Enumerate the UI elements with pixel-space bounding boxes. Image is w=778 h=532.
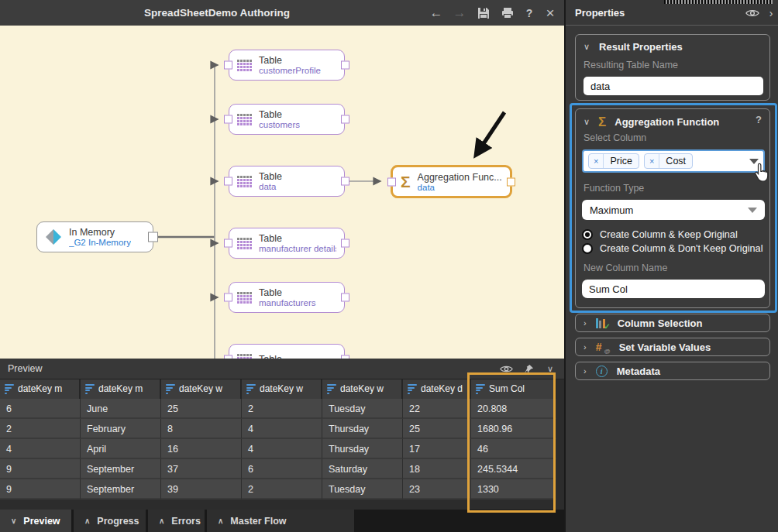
node-table-manufacturers[interactable]: Table manufacturers: [229, 282, 345, 313]
save-icon[interactable]: [473, 0, 494, 26]
section-aggregation-function: ∨ Σ Aggregation Function ? Select Column…: [575, 108, 770, 308]
table-cell: 16: [161, 439, 242, 459]
print-icon[interactable]: [497, 0, 518, 26]
help-icon[interactable]: ?: [519, 0, 539, 26]
table-cell: 245.5344: [471, 459, 556, 479]
filter-icon: [408, 384, 417, 394]
input-port[interactable]: [224, 239, 232, 248]
select-column-multiselect[interactable]: × Price × Cost: [582, 149, 765, 173]
filter-icon: [5, 384, 14, 394]
output-port[interactable]: [341, 115, 349, 124]
table-cell: 1330: [471, 479, 556, 499]
input-port[interactable]: [224, 177, 232, 186]
radio-keep-original[interactable]: Create Column & Keep Original: [582, 229, 738, 240]
flow-canvas[interactable]: In Memory _G2 In-Memory Table customerPr…: [0, 26, 564, 359]
close-icon[interactable]: ×: [540, 0, 560, 26]
remove-chip-icon[interactable]: ×: [589, 154, 604, 168]
output-port[interactable]: [341, 293, 349, 302]
function-type-select[interactable]: Maximum: [582, 200, 765, 220]
input-port[interactable]: [387, 177, 396, 186]
properties-panel: Properties › ∨ Result Properties Resulti…: [564, 0, 778, 532]
tab-progress[interactable]: ∧ Progress: [74, 510, 146, 532]
preview-table: dateKey m dateKey m dateKey w dateKey w …: [0, 379, 556, 499]
new-column-name-input[interactable]: [582, 280, 765, 298]
section-help-icon[interactable]: ?: [756, 114, 762, 125]
node-subtitle: manufacturer details...: [259, 244, 336, 253]
input-port[interactable]: [224, 355, 232, 359]
in-memory-icon: [45, 228, 62, 245]
section-set-variable-values[interactable]: › #@ Set Variable Values: [575, 338, 770, 356]
column-header[interactable]: Sum Col: [471, 379, 556, 399]
filter-icon: [476, 384, 485, 394]
radio-unselected-icon[interactable]: [582, 243, 593, 254]
chevron-down-icon: ∨: [584, 117, 590, 127]
section-header-result-properties[interactable]: ∨ Result Properties: [584, 41, 683, 53]
table-cell: 22: [403, 399, 471, 419]
selected-column-chip: × Cost: [644, 153, 693, 169]
chevron-down-icon: ∨: [584, 42, 590, 52]
node-aggregation-function[interactable]: Σ Aggregation Func... data: [391, 165, 512, 198]
column-header[interactable]: dateKey w: [161, 379, 242, 399]
filter-icon: [327, 384, 336, 394]
title-bar: SpreadSheetDemo Authoring ← → ? ×: [0, 0, 564, 26]
preview-table-header-row: dateKey m dateKey m dateKey w dateKey w …: [0, 379, 556, 399]
pin-icon[interactable]: [521, 362, 536, 376]
collapse-panel-icon[interactable]: ∨: [542, 362, 558, 376]
node-table-manufacturer-details[interactable]: Table manufacturer details...: [229, 228, 345, 259]
node-subtitle: _G2 In-Memory: [69, 238, 131, 247]
chevron-right-icon[interactable]: ›: [763, 5, 778, 20]
node-table-partial[interactable]: Table: [229, 344, 345, 359]
table-row: 9 September 37 6 Saturday 18 245.5344: [0, 459, 556, 479]
table-cell: Thursday: [322, 439, 403, 459]
column-header[interactable]: dateKey m: [0, 379, 81, 399]
tab-label: Errors: [171, 516, 201, 527]
table-icon: [237, 238, 252, 249]
chevron-right-icon: ›: [584, 342, 587, 352]
output-port[interactable]: [341, 239, 349, 248]
node-table-customers[interactable]: Table customers: [229, 104, 345, 135]
node-table-data[interactable]: Table data: [229, 166, 345, 197]
input-port[interactable]: [224, 115, 232, 124]
output-port[interactable]: [507, 177, 515, 186]
radio-dont-keep-original[interactable]: Create Column & Don't Keep Original: [582, 243, 763, 254]
table-cell: Thursday: [322, 419, 403, 439]
table-row: 6 June 25 2 Tuesday 22 20.808: [0, 399, 556, 419]
window-title: SpreadSheetDemo Authoring: [0, 0, 434, 26]
tab-preview[interactable]: ∨ Preview: [0, 510, 71, 532]
eye-icon[interactable]: [498, 362, 514, 376]
column-header[interactable]: dateKey d: [403, 379, 471, 399]
chevron-right-icon: ›: [584, 366, 587, 376]
table-cell: Tuesday: [322, 399, 403, 419]
node-title: In Memory: [69, 227, 131, 238]
section-column-selection[interactable]: › ✓ Column Selection: [575, 314, 770, 332]
column-header[interactable]: dateKey w: [242, 379, 322, 399]
back-icon[interactable]: ←: [426, 0, 446, 26]
node-in-memory[interactable]: In Memory _G2 In-Memory: [36, 221, 153, 252]
section-header-aggregation-function[interactable]: ∨ Σ Aggregation Function: [584, 114, 719, 130]
node-table-customerprofile[interactable]: Table customerProfile: [229, 50, 345, 81]
column-header[interactable]: dateKey m: [81, 379, 161, 399]
tab-master-flow[interactable]: ∧ Master Flow: [207, 510, 354, 532]
input-port[interactable]: [224, 61, 232, 70]
table-cell: 1680.96: [471, 419, 556, 439]
column-header[interactable]: dateKey w: [322, 379, 403, 399]
function-type-value: Maximum: [590, 204, 633, 216]
table-cell: 6: [0, 399, 81, 419]
table-icon: [237, 292, 252, 304]
forward-icon[interactable]: →: [449, 0, 470, 26]
node-title: Table: [259, 287, 316, 298]
section-metadata[interactable]: › i Metadata: [575, 362, 770, 380]
tab-errors[interactable]: ∧ Errors: [148, 510, 205, 532]
output-port[interactable]: [341, 61, 349, 70]
output-port[interactable]: [341, 177, 349, 186]
resulting-table-name-input[interactable]: [584, 77, 763, 95]
output-port[interactable]: [148, 232, 158, 242]
table-cell: 23: [403, 479, 471, 499]
input-port[interactable]: [224, 293, 232, 302]
app-window: SpreadSheetDemo Authoring ← → ? ×: [0, 0, 778, 532]
remove-chip-icon[interactable]: ×: [645, 154, 659, 168]
eye-icon[interactable]: [744, 5, 761, 20]
node-title: Table: [259, 55, 321, 66]
radio-selected-icon[interactable]: [582, 229, 593, 240]
output-port[interactable]: [341, 355, 349, 359]
